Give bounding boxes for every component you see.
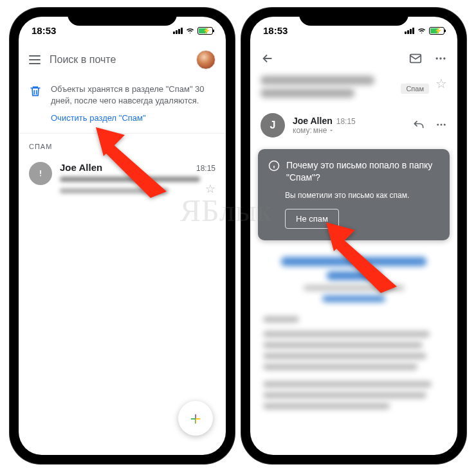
svg-point-7 bbox=[439, 57, 441, 59]
search-bar[interactable]: Поиск в почте bbox=[19, 45, 226, 75]
signal-icon bbox=[405, 28, 414, 34]
svg-point-9 bbox=[437, 123, 439, 125]
plus-icon: ＋ bbox=[187, 406, 205, 431]
mail-icon[interactable] bbox=[408, 51, 423, 66]
more-icon[interactable] bbox=[435, 119, 447, 130]
spam-chip: Спам bbox=[401, 84, 429, 94]
trash-icon bbox=[29, 85, 42, 123]
subject-row: Спам ☆ bbox=[250, 72, 457, 111]
wifi-icon bbox=[185, 27, 195, 35]
more-icon[interactable] bbox=[434, 52, 447, 65]
nav-bar bbox=[250, 45, 457, 72]
screen-left: 18:53 ⚡ Поиск в почте Объекты хранятся в… bbox=[19, 17, 226, 455]
mail-body: Joe Allen 18:15 ☆ bbox=[60, 162, 215, 196]
blurred-subject bbox=[261, 76, 394, 102]
mail-sender: Joe Allen bbox=[60, 162, 102, 173]
sender-row[interactable]: J Joe Allen18:15 кому: мне bbox=[250, 111, 457, 145]
mail-time: 18:15 bbox=[196, 164, 215, 173]
wifi-icon bbox=[417, 27, 426, 35]
mail-item[interactable]: Joe Allen 18:15 ☆ bbox=[19, 156, 226, 202]
spam-badge-icon bbox=[29, 162, 52, 185]
status-time: 18:53 bbox=[32, 25, 56, 36]
notice-text: Объекты хранятся в разделе "Спам" 30 дне… bbox=[51, 84, 215, 107]
svg-point-11 bbox=[444, 123, 446, 125]
not-spam-button[interactable]: Не спам bbox=[285, 209, 339, 229]
search-input[interactable]: Поиск в почте bbox=[50, 54, 187, 66]
battery-icon: ⚡ bbox=[429, 27, 444, 35]
blurred-preview bbox=[60, 188, 169, 193]
notch bbox=[299, 8, 408, 26]
spam-notice: Объекты хранятся в разделе "Спам" 30 дне… bbox=[19, 75, 226, 134]
spam-info-card: Почему это письмо попало в папку "Спам"?… bbox=[258, 149, 450, 240]
clear-spam-link[interactable]: Очистить раздел "Спам" bbox=[51, 113, 215, 123]
svg-point-6 bbox=[436, 57, 438, 59]
svg-rect-2 bbox=[40, 175, 41, 176]
status-indicators: ⚡ bbox=[405, 27, 444, 35]
spam-card-sub: Вы пометили это письмо как спам. bbox=[285, 191, 439, 200]
blurred-email-body bbox=[250, 244, 457, 427]
star-icon[interactable]: ☆ bbox=[205, 182, 215, 196]
svg-point-8 bbox=[443, 57, 445, 59]
sender-name: Joe Allen bbox=[293, 116, 333, 126]
notch bbox=[68, 8, 177, 26]
to-prefix: кому: bbox=[293, 126, 312, 135]
signal-icon bbox=[173, 28, 183, 34]
reply-icon[interactable] bbox=[412, 119, 425, 132]
status-time: 18:53 bbox=[263, 25, 288, 36]
star-icon[interactable]: ☆ bbox=[435, 76, 447, 91]
section-label: СПАМ bbox=[19, 134, 226, 156]
svg-point-10 bbox=[441, 123, 443, 125]
compose-fab[interactable]: ＋ bbox=[178, 401, 213, 436]
svg-rect-1 bbox=[40, 170, 41, 174]
phone-left: 18:53 ⚡ Поиск в почте Объекты хранятся в… bbox=[10, 8, 235, 464]
screen-right: 18:53 ⚡ Спам ☆ J Joe Al bbox=[250, 17, 457, 455]
to-value: мне bbox=[313, 126, 327, 135]
spam-card-title: Почему это письмо попало в папку "Спам"? bbox=[286, 159, 439, 184]
chevron-down-icon[interactable] bbox=[328, 127, 334, 134]
sender-avatar: J bbox=[261, 113, 285, 138]
status-indicators: ⚡ bbox=[173, 27, 213, 35]
sender-time: 18:15 bbox=[336, 117, 356, 126]
info-icon bbox=[268, 160, 280, 172]
menu-icon[interactable] bbox=[29, 55, 41, 64]
phone-right: 18:53 ⚡ Спам ☆ J Joe Al bbox=[241, 8, 466, 464]
account-avatar[interactable] bbox=[196, 50, 215, 69]
back-icon[interactable] bbox=[261, 51, 275, 66]
blurred-subject bbox=[60, 177, 200, 182]
battery-icon: ⚡ bbox=[197, 27, 213, 35]
